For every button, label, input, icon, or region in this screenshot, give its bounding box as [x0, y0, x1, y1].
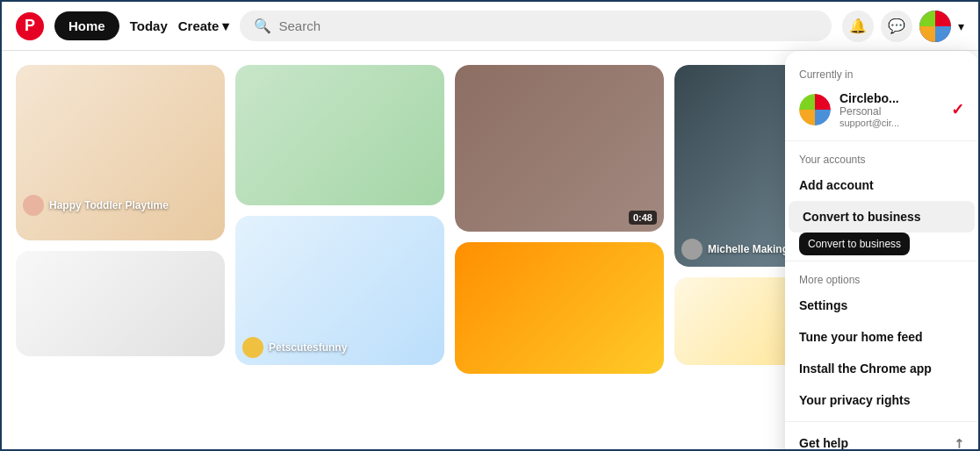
- divider: [785, 140, 978, 141]
- your-accounts-label: Your accounts: [785, 147, 978, 169]
- grid-column-0: Happy Toddler Playtime: [16, 65, 225, 439]
- main-content: Happy Toddler Playtime Petscutesfunny: [2, 51, 978, 451]
- pin-card[interactable]: Petscutesfunny: [235, 216, 444, 365]
- divider: [785, 261, 978, 261]
- create-button[interactable]: Create ▾: [178, 18, 230, 34]
- more-options-section: More options Settings Tune your home fee…: [785, 267, 978, 416]
- currently-in-label: Currently in: [785, 61, 978, 84]
- check-icon: ✓: [951, 100, 964, 119]
- convert-to-business-item[interactable]: Convert to business: [789, 201, 975, 233]
- pin-avatar: [23, 195, 44, 216]
- privacy-rights-item[interactable]: Your privacy rights: [785, 384, 978, 416]
- settings-item[interactable]: Settings: [785, 290, 978, 321]
- account-email: support@cir...: [839, 118, 899, 128]
- dropdown-chevron-button[interactable]: ▾: [958, 19, 964, 33]
- header-icons: 🔔 💬 ▾: [842, 11, 964, 42]
- tune-home-feed-item[interactable]: Tune your home feed: [785, 321, 978, 353]
- account-info: Circlebo... Personal support@cir...: [839, 91, 899, 128]
- pin-card[interactable]: 0:48: [455, 65, 664, 232]
- your-accounts-section: Your accounts Add account Convert to bus…: [785, 147, 978, 233]
- convert-tooltip: Convert to business: [799, 233, 964, 255]
- more-options-label: More options: [785, 267, 978, 290]
- add-account-item[interactable]: Add account: [785, 169, 978, 201]
- currently-in-section: Currently in Circlebo... Personal suppor…: [785, 61, 978, 135]
- grid-column-1: Petscutesfunny: [235, 65, 444, 439]
- pin-card[interactable]: [235, 65, 444, 205]
- chevron-down-icon: ▾: [222, 18, 229, 34]
- pinterest-logo[interactable]: P: [16, 12, 44, 40]
- pin-card[interactable]: Happy Toddler Playtime: [16, 65, 225, 240]
- account-avatar: [799, 94, 831, 125]
- today-button[interactable]: Today: [130, 18, 168, 33]
- pin-card[interactable]: [455, 242, 664, 374]
- install-chrome-item[interactable]: Install the Chrome app: [785, 353, 978, 384]
- messages-button[interactable]: 💬: [881, 11, 912, 42]
- tooltip-text: Convert to business: [799, 233, 910, 255]
- current-account-item[interactable]: Circlebo... Personal support@cir... ✓: [785, 84, 978, 135]
- account-pie-avatar: [799, 94, 831, 125]
- pin-avatar: [681, 239, 703, 260]
- user-avatar-button[interactable]: [919, 11, 951, 42]
- header: P Home Today Create ▾ 🔍 🔔 💬 ▾: [2, 2, 978, 51]
- divider: [785, 421, 978, 422]
- pin-label-text: Happy Toddler Playtime: [49, 199, 169, 211]
- pin-card[interactable]: [16, 251, 225, 356]
- dropdown-menu: Currently in Circlebo... Personal suppor…: [785, 51, 978, 451]
- account-type: Personal: [839, 105, 899, 118]
- search-bar: 🔍: [240, 11, 832, 41]
- notifications-button[interactable]: 🔔: [842, 11, 874, 42]
- pin-label-text: Petscutesfunny: [269, 341, 347, 354]
- duration-badge: 0:48: [629, 211, 657, 225]
- search-icon: 🔍: [254, 18, 271, 34]
- grid-column-2: 0:48: [455, 65, 664, 439]
- account-name: Circlebo...: [839, 91, 899, 105]
- external-link-icon: ↗: [950, 434, 968, 451]
- user-avatar: [919, 11, 951, 42]
- home-button[interactable]: Home: [54, 11, 119, 40]
- pin-avatar: [242, 337, 263, 358]
- search-input[interactable]: [278, 18, 818, 33]
- get-help-item[interactable]: Get help ↗: [785, 427, 978, 451]
